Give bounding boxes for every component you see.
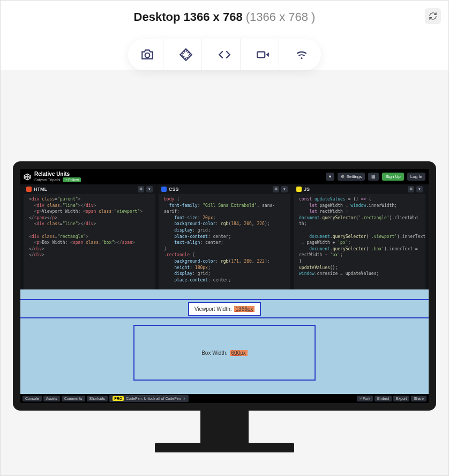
codepen-footer: Console Assets Comments Shortcuts PRO Co… bbox=[20, 394, 429, 403]
fork-button[interactable]: ⑂ Fork bbox=[357, 396, 373, 401]
embed-button[interactable]: Embed bbox=[375, 396, 392, 401]
settings-button[interactable]: ⚙Settings bbox=[338, 173, 365, 181]
viewport-width-label: Viewport Width: bbox=[194, 306, 232, 312]
pro-promo[interactable]: PRO CodePen: Unlock all of CodePen × bbox=[109, 395, 189, 402]
codepen-app: Relative Units Satyam Tripathi + Follow … bbox=[20, 169, 429, 403]
export-button[interactable]: Export bbox=[393, 396, 409, 401]
camera-button[interactable] bbox=[131, 39, 163, 70]
js-editor[interactable]: const updateValues = () => { let pageWid… bbox=[294, 194, 425, 289]
js-badge-icon bbox=[296, 187, 302, 192]
codepen-logo-icon bbox=[24, 173, 31, 181]
html-pane: HTML ⚙ ▾ <div class="parent"> <div class… bbox=[24, 184, 155, 289]
monitor-screen: Relative Units Satyam Tripathi + Follow … bbox=[13, 161, 436, 411]
html-pane-label: HTML bbox=[34, 187, 47, 192]
chevron-down-icon: ▾ bbox=[283, 187, 286, 191]
css-editor[interactable]: body { font-family: "Gill Sans Extrabold… bbox=[159, 194, 290, 289]
pane-settings-button[interactable]: ⚙ bbox=[273, 186, 279, 192]
refresh-icon bbox=[429, 12, 437, 20]
js-pane-label: JS bbox=[304, 187, 310, 192]
code-icon bbox=[216, 48, 233, 62]
title-main: Desktop 1366 x 768 bbox=[134, 10, 243, 24]
box-rectangle: Box Width: 600px bbox=[133, 325, 316, 381]
assets-button[interactable]: Assets bbox=[43, 396, 60, 401]
close-icon[interactable]: × bbox=[183, 397, 185, 400]
code-button[interactable] bbox=[208, 39, 241, 70]
rotate-icon bbox=[179, 48, 193, 62]
camera-icon bbox=[140, 48, 154, 62]
box-width-label: Box Width: bbox=[201, 350, 227, 356]
layout-icon: ▦ bbox=[371, 174, 376, 179]
login-button[interactable]: Log In bbox=[407, 173, 425, 181]
svg-point-5 bbox=[301, 57, 302, 59]
pro-badge-icon: PRO bbox=[113, 396, 124, 401]
svg-marker-4 bbox=[266, 53, 268, 57]
shortcuts-button[interactable]: Shortcuts bbox=[87, 396, 108, 401]
pane-settings-button[interactable]: ⚙ bbox=[408, 186, 414, 192]
viewport-row: Viewport Width: 1366px bbox=[20, 299, 429, 318]
css-pane-label: CSS bbox=[169, 187, 179, 192]
pen-author[interactable]: Satyam Tripathi bbox=[34, 178, 61, 182]
wifi-button[interactable] bbox=[286, 39, 318, 70]
codepen-header: Relative Units Satyam Tripathi + Follow … bbox=[20, 169, 429, 184]
console-button[interactable]: Console bbox=[23, 396, 42, 401]
pane-settings-button[interactable]: ⚙ bbox=[138, 186, 144, 192]
follow-button[interactable]: + Follow bbox=[63, 177, 81, 182]
refresh-button[interactable] bbox=[425, 8, 441, 24]
pane-menu-button[interactable]: ▾ bbox=[416, 186, 423, 192]
gear-icon: ⚙ bbox=[274, 187, 278, 191]
share-button[interactable]: Share bbox=[411, 396, 426, 401]
pane-menu-button[interactable]: ▾ bbox=[146, 186, 153, 192]
comments-button[interactable]: Comments bbox=[62, 396, 85, 401]
gear-icon: ⚙ bbox=[409, 187, 413, 191]
device-preview-monitor: Relative Units Satyam Tripathi + Follow … bbox=[13, 161, 436, 452]
video-icon bbox=[255, 48, 271, 62]
css-pane: CSS ⚙ ▾ body { font-family: "Gill Sans E… bbox=[159, 184, 290, 289]
rotate-button[interactable] bbox=[170, 39, 202, 70]
pen-title: Relative Units bbox=[34, 171, 81, 177]
monitor-base bbox=[155, 443, 294, 452]
html-editor[interactable]: <div class="parent"> <div class="line"><… bbox=[24, 194, 155, 289]
signup-button[interactable]: Sign Up bbox=[382, 173, 403, 181]
monitor-stand bbox=[200, 411, 249, 443]
preview-area: Viewport Width: 1366px Box Width: 600px bbox=[20, 289, 429, 394]
gear-icon: ⚙ bbox=[139, 187, 143, 191]
toolbar bbox=[128, 39, 321, 70]
layout-button[interactable]: ▦ bbox=[368, 173, 379, 181]
box-width-value: 600px bbox=[230, 350, 248, 356]
heart-icon: ♥ bbox=[329, 174, 332, 179]
wifi-icon bbox=[294, 48, 309, 62]
title-dims: (1366 x 768 ) bbox=[246, 10, 316, 24]
editor-panes: HTML ⚙ ▾ <div class="parent"> <div class… bbox=[20, 184, 429, 289]
chevron-down-icon: ▾ bbox=[418, 187, 421, 191]
html-badge-icon bbox=[26, 187, 32, 192]
fork-icon: ⑂ bbox=[360, 397, 362, 400]
pane-menu-button[interactable]: ▾ bbox=[281, 186, 288, 192]
svg-point-0 bbox=[145, 53, 149, 58]
js-pane: JS ⚙ ▾ const updateValues = () => { let … bbox=[294, 184, 425, 289]
page-title: Desktop 1366 x 768 (1366 x 768 ) bbox=[1, 10, 448, 24]
like-button[interactable]: ♥ bbox=[326, 173, 335, 181]
video-button[interactable] bbox=[247, 39, 279, 70]
chevron-down-icon: ▾ bbox=[148, 187, 151, 191]
gear-icon: ⚙ bbox=[341, 174, 345, 179]
css-badge-icon bbox=[161, 187, 167, 192]
svg-rect-3 bbox=[257, 52, 265, 58]
viewport-width-value: 1366px bbox=[234, 306, 255, 312]
